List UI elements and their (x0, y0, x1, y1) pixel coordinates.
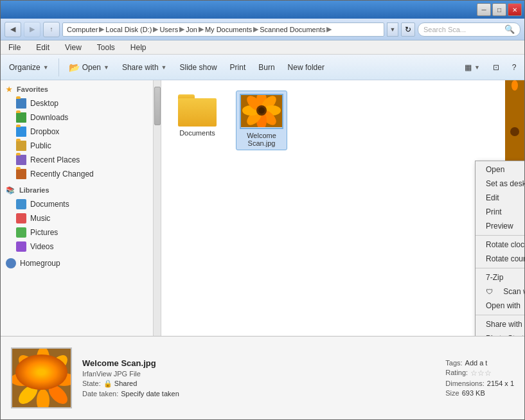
path-segment: Users (159, 26, 178, 33)
ctx-edit[interactable]: Edit (476, 191, 524, 205)
favorites-header[interactable]: ★ Favorites (1, 83, 161, 96)
date-label: Date taken: (82, 390, 118, 398)
path-segment: Local Disk (D:) (105, 26, 152, 33)
ctx-preview[interactable]: Preview (476, 219, 524, 233)
folder-label: Documents (179, 129, 215, 137)
tags-row: Tags: Add a t (445, 359, 514, 367)
minimize-button[interactable]: ─ (477, 3, 491, 16)
dropbox-label: Dropbox (30, 127, 59, 136)
menu-help[interactable]: Help (128, 42, 149, 53)
libraries-section: 📚 Libraries Documents Music Pictures (1, 184, 161, 254)
search-icon: 🔍 (504, 24, 515, 34)
view-icon: ▦ (465, 63, 472, 72)
sidebar-item-documents[interactable]: Documents (1, 197, 161, 211)
svg-point-10 (258, 107, 265, 114)
rating-stars[interactable]: ☆☆☆ (470, 369, 492, 378)
print-button[interactable]: Print (224, 57, 252, 78)
rating-row: Rating: ☆☆☆ (445, 369, 514, 378)
sidebar-item-public[interactable]: Public (1, 139, 161, 153)
ctx-set-desktop[interactable]: Set as desktop background (476, 177, 524, 191)
menu-edit[interactable]: Edit (33, 42, 52, 53)
file-area[interactable]: Documents (161, 80, 524, 336)
maximize-button[interactable]: □ (492, 3, 506, 16)
title-bar: ─ □ ✕ (1, 1, 524, 19)
list-item[interactable]: Welcome Scan.jpg (236, 91, 287, 150)
videos-label: Videos (30, 242, 53, 251)
menu-view[interactable]: View (62, 42, 84, 53)
downloads-label: Downloads (30, 113, 68, 122)
status-bar: Welcome Scan.jpg IrfanView JPG File Stat… (1, 336, 524, 419)
folder-icon (178, 93, 217, 127)
sidebar-item-desktop[interactable]: Desktop (1, 96, 161, 110)
favorites-label: Favorites (17, 85, 48, 93)
slideshow-button[interactable]: Slide show (174, 57, 223, 78)
view-button[interactable]: ▦ ▼ (459, 57, 486, 78)
preview-pane-button[interactable]: ⊡ (487, 57, 505, 78)
sidebar-item-homegroup[interactable]: Homegroup (1, 256, 161, 270)
address-path[interactable]: Computer ▶ Local Disk (D:) ▶ Users ▶ Jon… (62, 22, 384, 37)
ctx-7zip[interactable]: 7-Zip ▶ (476, 270, 524, 284)
svg-point-28 (35, 372, 51, 387)
ctx-pin-start[interactable]: Pin to Start Menu (476, 331, 524, 336)
dimensions-label: Dimensions: (445, 380, 485, 387)
sidebar-item-recently-changed[interactable]: Recently Changed (1, 167, 161, 181)
search-box[interactable]: Search Sca... 🔍 (418, 22, 521, 37)
sidebar: ★ Favorites Desktop Downloads Dropbox (1, 80, 161, 336)
folder-body (178, 98, 217, 127)
homegroup-label: Homegroup (20, 259, 60, 268)
rating-label: Rating: (445, 369, 468, 378)
svg-point-18 (510, 127, 519, 136)
sidebar-scrollbar[interactable] (153, 80, 161, 336)
ctx-sep-3 (476, 315, 524, 315)
sidebar-item-recent-places[interactable]: Recent Places (1, 153, 161, 167)
downloads-icon (16, 112, 26, 123)
menu-file[interactable]: File (6, 42, 23, 53)
library-icon: 📚 (6, 186, 15, 194)
back-button[interactable]: ◀ (4, 22, 21, 37)
menu-bar: File Edit View Tools Help (1, 40, 524, 55)
path-segment: Computer (67, 26, 98, 33)
tags-value[interactable]: Add a t (465, 359, 488, 367)
ctx-scan[interactable]: 🛡 Scan with Microsoft Security Essential… (476, 284, 524, 299)
open-icon: 📂 (69, 62, 80, 73)
sidebar-scrollbar-thumb[interactable] (154, 87, 161, 125)
preview-pane-icon: ⊡ (493, 63, 499, 72)
close-button[interactable]: ✕ (508, 3, 522, 16)
sidebar-item-videos[interactable]: Videos (1, 240, 161, 254)
list-item[interactable]: Documents (172, 91, 223, 139)
toolbar: Organize ▼ 📂 Open ▼ Share with ▼ Slide s… (1, 55, 524, 80)
pictures-label: Pictures (30, 228, 58, 237)
share-button[interactable]: Share with ▼ (116, 57, 173, 78)
ctx-open[interactable]: Open (476, 162, 524, 177)
sidebar-item-music[interactable]: Music (1, 211, 161, 225)
sidebar-item-dropbox[interactable]: Dropbox (1, 125, 161, 139)
date-value: Specify date taken (121, 390, 179, 398)
image-thumbnail (240, 94, 283, 127)
libraries-header[interactable]: 📚 Libraries (1, 184, 161, 197)
address-dropdown-button[interactable]: ▼ (387, 22, 398, 37)
ctx-rotate-ccw[interactable]: Rotate counterclockwise (476, 252, 524, 266)
forward-button[interactable]: ▶ (24, 22, 40, 37)
refresh-button[interactable]: ↻ (401, 22, 415, 37)
ctx-rotate-cw[interactable]: Rotate clockwise (476, 238, 524, 252)
menu-tools[interactable]: Tools (94, 42, 118, 53)
tags-label: Tags: (445, 359, 462, 367)
dropbox-icon (16, 127, 26, 137)
sidebar-item-pictures[interactable]: Pictures (1, 225, 161, 240)
ctx-share-with[interactable]: Share with ▶ (476, 317, 524, 331)
sidebar-item-downloads[interactable]: Downloads (1, 110, 161, 125)
help-button[interactable]: ? (506, 57, 522, 78)
ctx-open-with[interactable]: Open with ▶ (476, 299, 524, 313)
open-button[interactable]: 📂 Open ▼ (63, 57, 115, 78)
new-folder-button[interactable]: New folder (282, 57, 330, 78)
public-label: Public (30, 141, 51, 150)
status-state-row: State: 🔒 Shared (82, 380, 179, 388)
status-right: Tags: Add a t Rating: ☆☆☆ Dimensions: 21… (445, 359, 514, 397)
organize-button[interactable]: Organize ▼ (3, 57, 55, 78)
ctx-print[interactable]: Print (476, 205, 524, 219)
burn-button[interactable]: Burn (253, 57, 280, 78)
image-label: Welcome Scan.jpg (239, 132, 284, 147)
homegroup-section: Homegroup (1, 256, 161, 270)
up-button[interactable]: ↑ (43, 22, 60, 37)
image-container (240, 94, 283, 129)
